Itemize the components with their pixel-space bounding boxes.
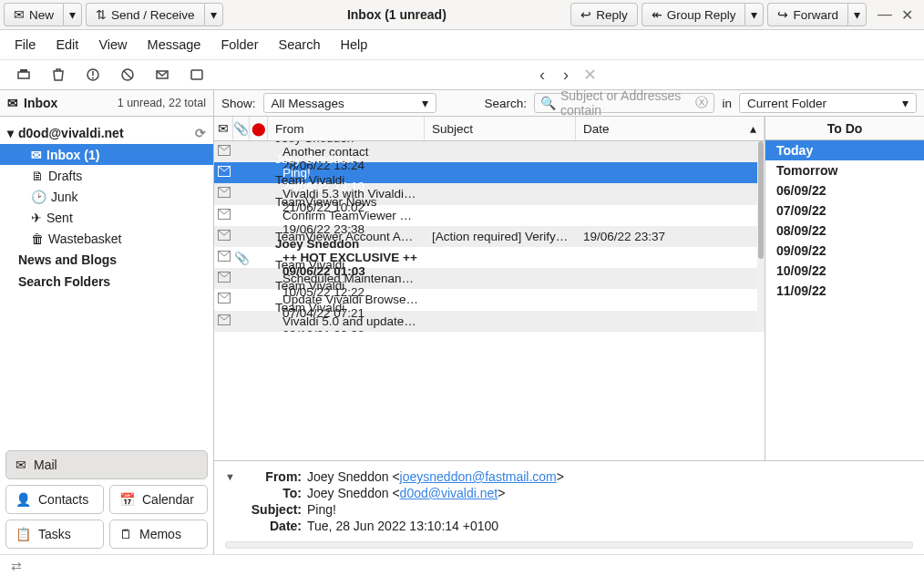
menu-view[interactable]: View xyxy=(89,34,136,56)
status-icon xyxy=(214,187,233,201)
tasks-icon: 📋 xyxy=(15,527,31,541)
menu-folder[interactable]: Folder xyxy=(211,34,267,56)
folder-drafts[interactable]: 🗎Drafts xyxy=(0,165,213,186)
col-subject[interactable]: Subject xyxy=(425,117,576,140)
online-status-icon[interactable]: ⇄ xyxy=(11,559,22,573)
refresh-icon[interactable]: ⟳ xyxy=(195,126,206,140)
message-scrollbar[interactable] xyxy=(757,141,765,332)
envelope-icon: ✉ xyxy=(218,121,229,136)
todo-item[interactable]: Tomorrow xyxy=(765,160,924,180)
preview-from-email[interactable]: joeysneddon@fastmail.com xyxy=(400,469,557,484)
forward-dropdown[interactable]: ▾ xyxy=(847,3,867,26)
minimize-button[interactable]: — xyxy=(878,6,892,24)
forward-nav-button[interactable]: › xyxy=(554,66,578,85)
todo-item[interactable]: 08/09/22 xyxy=(765,221,924,241)
archive-icon[interactable] xyxy=(186,64,208,86)
preview-from-label: From: xyxy=(241,469,302,484)
delete-icon[interactable] xyxy=(47,64,69,86)
todo-item[interactable]: 11/09/22 xyxy=(765,281,924,301)
trash-icon: 🗑 xyxy=(31,231,44,246)
switcher-tasks[interactable]: 📋Tasks xyxy=(5,519,104,549)
col-status[interactable]: ✉ xyxy=(214,117,233,140)
new-dropdown[interactable]: ▾ xyxy=(63,3,82,26)
folder-junk[interactable]: 🕑Junk xyxy=(0,186,213,207)
new-button[interactable]: ✉ New xyxy=(4,3,63,26)
send-receive-button[interactable]: ⇅ Send / Receive xyxy=(86,3,204,26)
folder-tree: ▾ d0od@vivaldi.net ⟳ ✉Inbox (1) 🗎Drafts … xyxy=(0,117,213,298)
todo-header: To Do xyxy=(765,117,924,140)
sidebar-header: ✉ Inbox 1 unread, 22 total xyxy=(0,90,213,117)
not-junk-icon[interactable] xyxy=(117,64,139,86)
reply-all-icon: ↞ xyxy=(652,7,662,22)
menu-edit[interactable]: Edit xyxy=(46,34,87,56)
preview-collapse-toggle[interactable]: ▼ xyxy=(225,468,241,534)
chevron-down-icon: ▾ xyxy=(854,7,860,22)
col-date[interactable]: Date▴ xyxy=(576,117,765,140)
send-receive-dropdown[interactable]: ▾ xyxy=(204,3,223,26)
col-flag[interactable]: ⬤ xyxy=(250,117,268,140)
chevron-down-icon: ▾ xyxy=(210,7,217,22)
tree-news-blogs[interactable]: News and Blogs xyxy=(0,249,213,271)
col-attachment[interactable]: 📎 xyxy=(233,117,250,140)
preview-to-email[interactable]: d0od@vivaldi.net xyxy=(400,486,498,500)
preview-subject-label: Subject: xyxy=(241,502,302,517)
chevron-down-icon: ▾ xyxy=(69,7,76,22)
message-row[interactable]: TeamViewer News Confirm TeamViewer …19/0… xyxy=(214,205,757,226)
search-input[interactable]: 🔍 Subject or Addresses contain ⓧ xyxy=(534,93,715,113)
drafts-icon: 🗎 xyxy=(31,169,44,183)
calendar-icon: 📅 xyxy=(119,492,135,507)
close-button[interactable]: ✕ xyxy=(901,6,913,24)
svg-rect-8 xyxy=(191,70,202,79)
menu-message[interactable]: Message xyxy=(139,34,210,56)
back-button[interactable]: ‹ xyxy=(530,66,554,85)
reply-button[interactable]: ↩Reply xyxy=(570,3,638,26)
menu-search[interactable]: Search xyxy=(270,34,330,56)
chevron-down-icon: ▾ xyxy=(422,96,428,110)
scope-combo[interactable]: Current Folder▾ xyxy=(739,93,917,113)
message-row[interactable]: Team Vivaldi Vivaldi 5.0 and updates…03/… xyxy=(214,311,757,332)
chevron-down-icon: ▾ xyxy=(751,7,757,22)
folder-wastebasket[interactable]: 🗑Wastebasket xyxy=(0,228,213,249)
menu-help[interactable]: Help xyxy=(331,34,376,56)
mark-read-icon[interactable] xyxy=(151,64,173,86)
group-reply-button[interactable]: ↞Group Reply xyxy=(642,3,745,26)
menu-file[interactable]: File xyxy=(5,34,45,56)
inbox-header-icon: ✉ xyxy=(7,96,18,110)
junk-icon[interactable] xyxy=(82,64,104,86)
stop-button[interactable]: ✕ xyxy=(578,65,601,85)
print-icon[interactable] xyxy=(13,64,35,86)
switcher-memos[interactable]: 🗒Memos xyxy=(109,519,208,549)
group-reply-dropdown[interactable]: ▾ xyxy=(744,3,764,26)
status-icon xyxy=(214,314,233,328)
todo-item[interactable]: Today xyxy=(765,140,924,160)
sort-asc-icon: ▴ xyxy=(750,121,756,136)
todo-item[interactable]: 07/09/22 xyxy=(765,201,924,221)
show-label: Show: xyxy=(221,97,256,110)
expand-icon: ▾ xyxy=(7,126,14,140)
show-combo[interactable]: All Messages▾ xyxy=(263,93,436,113)
message-list-header: ✉ 📎 ⬤ From Subject Date▴ xyxy=(214,117,765,141)
switcher-calendar[interactable]: 📅Calendar xyxy=(109,485,208,514)
switcher-mail[interactable]: ✉Mail xyxy=(5,450,208,479)
col-from[interactable]: From xyxy=(268,117,425,140)
todo-item[interactable]: 09/09/22 xyxy=(765,241,924,261)
status-icon xyxy=(214,251,233,264)
svg-rect-1 xyxy=(20,69,27,72)
todo-item[interactable]: 10/09/22 xyxy=(765,261,924,281)
send-receive-icon: ⇅ xyxy=(96,7,107,22)
folder-inbox[interactable]: ✉Inbox (1) xyxy=(0,144,213,165)
preview-from-value: Joey Sneddon <joeysneddon@fastmail.com> xyxy=(307,469,564,484)
todo-pane: To Do TodayTomorrow06/09/2207/09/2208/09… xyxy=(765,117,924,460)
subject-cell: Vivaldi 5.0 and updates… xyxy=(275,314,425,328)
forward-button[interactable]: ↪Forward xyxy=(767,3,847,26)
attachment-cell: 📎 xyxy=(233,251,250,265)
account-node[interactable]: ▾ d0od@vivaldi.net ⟳ xyxy=(0,122,213,144)
folder-sent[interactable]: ✈Sent xyxy=(0,207,213,228)
preview-scrollbar[interactable] xyxy=(225,541,913,549)
tree-search-folders[interactable]: Search Folders xyxy=(0,271,213,293)
switcher-contacts[interactable]: 👤Contacts xyxy=(5,485,104,514)
clear-icon[interactable]: ⓧ xyxy=(695,95,708,111)
preview-date-label: Date: xyxy=(241,519,302,533)
todo-item[interactable]: 06/09/22 xyxy=(765,180,924,201)
status-icon xyxy=(214,230,233,243)
